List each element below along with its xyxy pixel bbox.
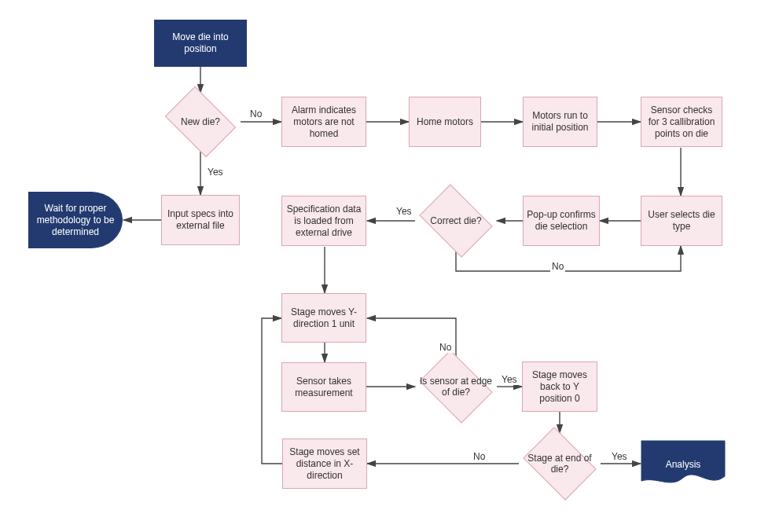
edge-new-die-no: No [248, 108, 263, 119]
edge-correct-die-no: No [550, 261, 565, 272]
node-sensor-meas: Sensor takes measurement [281, 362, 366, 412]
node-spec-loaded: Specification data is loaded from extern… [281, 196, 366, 246]
node-user-selects-label: User selects die type [645, 209, 718, 233]
node-user-selects: User selects die type [641, 196, 722, 246]
flowchart-canvas: Move die into position New die? Alarm in… [0, 0, 757, 532]
node-stage-y1: Stage moves Y-direction 1 unit [281, 293, 366, 343]
node-stage-back-y0-label: Stage moves back to Y position 0 [526, 369, 593, 405]
node-alarm: Alarm indicates motors are not homed [281, 97, 366, 147]
node-motors-initial: Motors run to initial position [523, 97, 597, 147]
node-stage-y1-label: Stage moves Y-direction 1 unit [285, 306, 362, 330]
edge-stage-end-yes: Yes [610, 451, 629, 462]
edge-correct-die-yes: Yes [395, 206, 413, 217]
node-input-specs-label: Input specs into external file [165, 208, 236, 232]
node-home-motors: Home motors [409, 97, 481, 147]
node-stage-x: Stage moves set distance in X-direction [282, 438, 367, 489]
node-alarm-label: Alarm indicates motors are not homed [285, 105, 362, 140]
node-wait-method: Wait for proper methodology to be determ… [28, 192, 123, 248]
node-home-motors-label: Home motors [417, 116, 473, 128]
edge-sensor-edge-yes: Yes [500, 374, 519, 385]
node-correct-die: Correct die? [415, 190, 497, 251]
edge-stage-end-no: No [472, 451, 487, 462]
edge-sensor-edge-no: No [438, 342, 453, 353]
node-analysis: Analysis [641, 440, 726, 489]
node-stage-end: Stage at end of die? [519, 433, 601, 494]
node-new-die: New die? [160, 93, 241, 151]
node-sensor-3cal-label: Sensor checks for 3 callibration points … [645, 105, 718, 140]
node-stage-back-y0: Stage moves back to Y position 0 [522, 361, 597, 412]
node-input-specs: Input specs into external file [161, 195, 240, 245]
node-start-label: Move die into position [158, 31, 243, 55]
node-sensor-3cal: Sensor checks for 3 callibration points … [641, 97, 722, 147]
node-analysis-label: Analysis [666, 459, 701, 470]
node-spec-loaded-label: Specification data is loaded from extern… [285, 204, 362, 239]
node-wait-method-label: Wait for proper methodology to be determ… [32, 203, 119, 238]
node-popup-confirm-label: Pop-up confirms die selection [527, 209, 596, 233]
node-sensor-meas-label: Sensor takes measurement [285, 376, 362, 399]
node-start: Move die into position [154, 20, 247, 67]
node-popup-confirm: Pop-up confirms die selection [523, 196, 600, 246]
node-stage-x-label: Stage moves set distance in X-direction [286, 446, 363, 482]
node-motors-initial-label: Motors run to initial position [527, 110, 593, 134]
edge-new-die-yes: Yes [206, 167, 225, 178]
node-sensor-edge: Is sensor at edge of die? [415, 356, 497, 417]
